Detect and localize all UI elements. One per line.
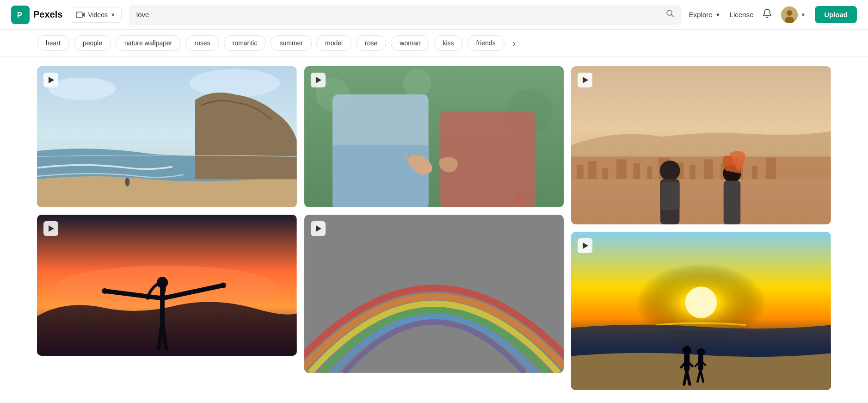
license-button[interactable]: License [730, 11, 754, 19]
svg-point-16 [102, 288, 107, 294]
tag-romantic[interactable]: romantic [224, 35, 266, 51]
tag-summer[interactable]: summer [271, 35, 312, 51]
tag-people[interactable]: people [74, 35, 111, 51]
tag-heart[interactable]: heart [37, 35, 69, 51]
video-card-holding-hands[interactable] [304, 66, 564, 207]
svg-rect-51 [724, 181, 741, 224]
svg-rect-33 [577, 165, 584, 180]
play-icon [49, 77, 54, 83]
svg-rect-45 [752, 166, 757, 179]
svg-point-10 [190, 69, 280, 97]
videos-chevron-icon: ▼ [111, 12, 116, 18]
video-card-woman-arms[interactable] [37, 215, 297, 356]
svg-line-4 [671, 15, 673, 17]
play-icon [583, 77, 588, 83]
play-button[interactable] [311, 73, 326, 87]
svg-rect-41 [690, 165, 696, 180]
tag-model[interactable]: model [316, 35, 351, 51]
notification-bell-icon[interactable] [763, 8, 772, 21]
svg-point-9 [48, 77, 116, 100]
explore-button[interactable]: Explore ▼ [689, 11, 720, 19]
svg-point-6 [787, 10, 792, 16]
videos-dropdown[interactable]: Videos ▼ [70, 7, 121, 23]
svg-rect-36 [616, 159, 627, 179]
user-chevron-icon: ▼ [800, 12, 806, 18]
site-header: P Pexels Videos ▼ Explore ▼ License [0, 0, 868, 30]
user-avatar-area[interactable]: ▼ [781, 6, 806, 23]
upload-button[interactable]: Upload [815, 6, 857, 23]
video-card-rainbow[interactable] [304, 215, 564, 373]
svg-rect-32 [571, 156, 831, 224]
svg-rect-34 [588, 161, 597, 179]
svg-text:P: P [17, 11, 22, 19]
play-icon [316, 225, 321, 232]
search-input[interactable] [136, 11, 661, 19]
play-icon [49, 225, 54, 232]
svg-point-57 [697, 348, 705, 356]
svg-point-55 [683, 346, 692, 355]
play-button[interactable] [43, 73, 58, 87]
license-label: License [730, 11, 754, 19]
svg-rect-46 [766, 158, 776, 179]
video-thumbnail-city [571, 66, 831, 224]
video-thumbnail-beach [37, 66, 297, 207]
svg-rect-27 [332, 145, 429, 207]
svg-point-17 [221, 283, 226, 288]
video-card-beach-cliff[interactable] [37, 66, 297, 207]
explore-chevron-icon: ▼ [715, 12, 720, 18]
svg-rect-35 [602, 168, 608, 179]
video-thumbnail-hands [304, 66, 564, 207]
logo-icon: P [11, 6, 30, 24]
play-icon [316, 77, 321, 83]
search-bar [129, 5, 682, 25]
video-card-beach-sunset[interactable] [571, 232, 831, 390]
explore-label: Explore [689, 11, 713, 19]
play-button[interactable] [578, 238, 592, 253]
logo-text: Pexels [33, 9, 62, 20]
tag-rose[interactable]: rose [356, 35, 386, 51]
play-icon [583, 242, 588, 249]
upload-label: Upload [824, 11, 848, 19]
avatar [781, 6, 798, 23]
svg-point-11 [125, 178, 129, 187]
video-thumbnail-rainbow [304, 215, 564, 373]
tags-row: heart people nature wallpaper roses roma… [0, 30, 868, 57]
svg-rect-30 [304, 215, 564, 373]
video-thumbnail-woman [37, 215, 297, 356]
tag-friends[interactable]: friends [468, 35, 505, 51]
svg-rect-49 [662, 182, 680, 210]
videos-label: Videos [88, 11, 108, 19]
video-icon [76, 11, 85, 19]
svg-rect-42 [704, 159, 713, 179]
play-button[interactable] [578, 73, 592, 87]
play-button[interactable] [311, 221, 326, 236]
search-icon[interactable] [666, 9, 674, 20]
svg-rect-37 [634, 163, 640, 179]
tag-roses[interactable]: roses [185, 35, 219, 51]
svg-point-54 [685, 286, 717, 318]
tag-nature-wallpaper[interactable]: nature wallpaper [116, 35, 181, 51]
video-card-city-view[interactable] [571, 66, 831, 224]
tags-more-icon[interactable]: › [509, 36, 520, 50]
logo-area[interactable]: P Pexels [11, 6, 62, 24]
svg-point-13 [54, 266, 280, 311]
video-thumbnail-beach-sunset [571, 232, 831, 390]
tag-kiss[interactable]: kiss [434, 35, 462, 51]
svg-point-47 [660, 161, 680, 181]
tag-woman[interactable]: woman [391, 35, 429, 51]
svg-rect-2 [76, 12, 82, 18]
svg-point-22 [403, 69, 431, 97]
video-grid [0, 57, 868, 399]
header-right: Explore ▼ License ▼ Upload [689, 6, 857, 23]
play-button[interactable] [43, 221, 58, 236]
svg-rect-38 [647, 166, 652, 179]
